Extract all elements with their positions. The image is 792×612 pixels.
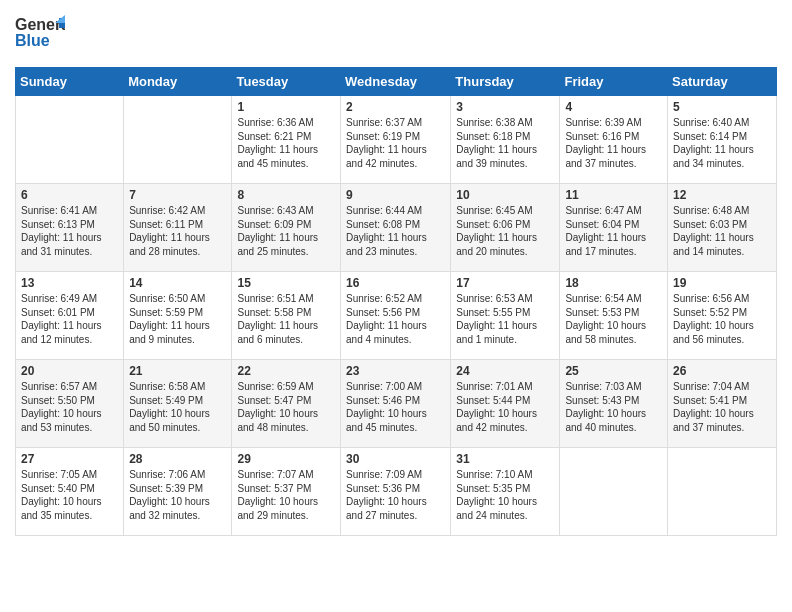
calendar-cell: 5Sunrise: 6:40 AMSunset: 6:14 PMDaylight… xyxy=(668,96,777,184)
calendar-cell: 7Sunrise: 6:42 AMSunset: 6:11 PMDaylight… xyxy=(124,184,232,272)
weekday-header-friday: Friday xyxy=(560,68,668,96)
calendar-table: SundayMondayTuesdayWednesdayThursdayFrid… xyxy=(15,67,777,536)
day-number: 31 xyxy=(456,452,554,466)
day-number: 7 xyxy=(129,188,226,202)
calendar-cell: 29Sunrise: 7:07 AMSunset: 5:37 PMDayligh… xyxy=(232,448,341,536)
weekday-header-wednesday: Wednesday xyxy=(341,68,451,96)
calendar-cell: 17Sunrise: 6:53 AMSunset: 5:55 PMDayligh… xyxy=(451,272,560,360)
day-number: 18 xyxy=(565,276,662,290)
day-info: Sunrise: 6:41 AMSunset: 6:13 PMDaylight:… xyxy=(21,204,118,258)
calendar-cell: 9Sunrise: 6:44 AMSunset: 6:08 PMDaylight… xyxy=(341,184,451,272)
day-number: 29 xyxy=(237,452,335,466)
day-info: Sunrise: 6:45 AMSunset: 6:06 PMDaylight:… xyxy=(456,204,554,258)
header: General Blue xyxy=(15,10,777,59)
day-info: Sunrise: 6:39 AMSunset: 6:16 PMDaylight:… xyxy=(565,116,662,170)
calendar-cell: 19Sunrise: 6:56 AMSunset: 5:52 PMDayligh… xyxy=(668,272,777,360)
day-number: 12 xyxy=(673,188,771,202)
calendar-cell: 18Sunrise: 6:54 AMSunset: 5:53 PMDayligh… xyxy=(560,272,668,360)
weekday-header-row: SundayMondayTuesdayWednesdayThursdayFrid… xyxy=(16,68,777,96)
day-info: Sunrise: 6:49 AMSunset: 6:01 PMDaylight:… xyxy=(21,292,118,346)
calendar-cell: 10Sunrise: 6:45 AMSunset: 6:06 PMDayligh… xyxy=(451,184,560,272)
day-info: Sunrise: 6:58 AMSunset: 5:49 PMDaylight:… xyxy=(129,380,226,434)
day-number: 1 xyxy=(237,100,335,114)
day-info: Sunrise: 7:07 AMSunset: 5:37 PMDaylight:… xyxy=(237,468,335,522)
day-info: Sunrise: 6:50 AMSunset: 5:59 PMDaylight:… xyxy=(129,292,226,346)
day-info: Sunrise: 7:10 AMSunset: 5:35 PMDaylight:… xyxy=(456,468,554,522)
day-info: Sunrise: 6:36 AMSunset: 6:21 PMDaylight:… xyxy=(237,116,335,170)
svg-text:Blue: Blue xyxy=(15,32,50,49)
calendar-week-row: 1Sunrise: 6:36 AMSunset: 6:21 PMDaylight… xyxy=(16,96,777,184)
day-number: 11 xyxy=(565,188,662,202)
calendar-cell: 28Sunrise: 7:06 AMSunset: 5:39 PMDayligh… xyxy=(124,448,232,536)
day-number: 5 xyxy=(673,100,771,114)
calendar-cell: 13Sunrise: 6:49 AMSunset: 6:01 PMDayligh… xyxy=(16,272,124,360)
day-number: 15 xyxy=(237,276,335,290)
calendar-cell xyxy=(124,96,232,184)
day-number: 16 xyxy=(346,276,445,290)
day-info: Sunrise: 6:40 AMSunset: 6:14 PMDaylight:… xyxy=(673,116,771,170)
day-info: Sunrise: 6:57 AMSunset: 5:50 PMDaylight:… xyxy=(21,380,118,434)
day-info: Sunrise: 7:09 AMSunset: 5:36 PMDaylight:… xyxy=(346,468,445,522)
calendar-week-row: 6Sunrise: 6:41 AMSunset: 6:13 PMDaylight… xyxy=(16,184,777,272)
calendar-cell: 1Sunrise: 6:36 AMSunset: 6:21 PMDaylight… xyxy=(232,96,341,184)
calendar-cell: 27Sunrise: 7:05 AMSunset: 5:40 PMDayligh… xyxy=(16,448,124,536)
day-number: 26 xyxy=(673,364,771,378)
day-info: Sunrise: 6:42 AMSunset: 6:11 PMDaylight:… xyxy=(129,204,226,258)
day-number: 4 xyxy=(565,100,662,114)
weekday-header-thursday: Thursday xyxy=(451,68,560,96)
day-number: 21 xyxy=(129,364,226,378)
day-number: 28 xyxy=(129,452,226,466)
day-number: 27 xyxy=(21,452,118,466)
day-number: 8 xyxy=(237,188,335,202)
day-info: Sunrise: 6:53 AMSunset: 5:55 PMDaylight:… xyxy=(456,292,554,346)
day-info: Sunrise: 6:54 AMSunset: 5:53 PMDaylight:… xyxy=(565,292,662,346)
svg-text:General: General xyxy=(15,16,65,33)
calendar-cell: 15Sunrise: 6:51 AMSunset: 5:58 PMDayligh… xyxy=(232,272,341,360)
weekday-header-sunday: Sunday xyxy=(16,68,124,96)
day-info: Sunrise: 6:37 AMSunset: 6:19 PMDaylight:… xyxy=(346,116,445,170)
day-info: Sunrise: 6:56 AMSunset: 5:52 PMDaylight:… xyxy=(673,292,771,346)
day-info: Sunrise: 6:44 AMSunset: 6:08 PMDaylight:… xyxy=(346,204,445,258)
calendar-cell xyxy=(16,96,124,184)
calendar-cell: 24Sunrise: 7:01 AMSunset: 5:44 PMDayligh… xyxy=(451,360,560,448)
day-info: Sunrise: 6:51 AMSunset: 5:58 PMDaylight:… xyxy=(237,292,335,346)
day-info: Sunrise: 7:00 AMSunset: 5:46 PMDaylight:… xyxy=(346,380,445,434)
calendar-cell: 25Sunrise: 7:03 AMSunset: 5:43 PMDayligh… xyxy=(560,360,668,448)
day-info: Sunrise: 6:43 AMSunset: 6:09 PMDaylight:… xyxy=(237,204,335,258)
calendar-cell xyxy=(560,448,668,536)
logo-icon: General Blue xyxy=(15,10,65,55)
calendar-week-row: 13Sunrise: 6:49 AMSunset: 6:01 PMDayligh… xyxy=(16,272,777,360)
calendar-cell: 4Sunrise: 6:39 AMSunset: 6:16 PMDaylight… xyxy=(560,96,668,184)
calendar-cell: 16Sunrise: 6:52 AMSunset: 5:56 PMDayligh… xyxy=(341,272,451,360)
day-number: 20 xyxy=(21,364,118,378)
day-number: 25 xyxy=(565,364,662,378)
calendar-cell: 23Sunrise: 7:00 AMSunset: 5:46 PMDayligh… xyxy=(341,360,451,448)
calendar-cell: 12Sunrise: 6:48 AMSunset: 6:03 PMDayligh… xyxy=(668,184,777,272)
day-number: 17 xyxy=(456,276,554,290)
calendar-cell: 30Sunrise: 7:09 AMSunset: 5:36 PMDayligh… xyxy=(341,448,451,536)
day-number: 9 xyxy=(346,188,445,202)
calendar-cell: 3Sunrise: 6:38 AMSunset: 6:18 PMDaylight… xyxy=(451,96,560,184)
calendar-cell: 8Sunrise: 6:43 AMSunset: 6:09 PMDaylight… xyxy=(232,184,341,272)
day-number: 3 xyxy=(456,100,554,114)
calendar-cell: 14Sunrise: 6:50 AMSunset: 5:59 PMDayligh… xyxy=(124,272,232,360)
calendar-cell: 2Sunrise: 6:37 AMSunset: 6:19 PMDaylight… xyxy=(341,96,451,184)
day-number: 13 xyxy=(21,276,118,290)
day-info: Sunrise: 7:01 AMSunset: 5:44 PMDaylight:… xyxy=(456,380,554,434)
day-number: 19 xyxy=(673,276,771,290)
day-number: 24 xyxy=(456,364,554,378)
day-info: Sunrise: 6:52 AMSunset: 5:56 PMDaylight:… xyxy=(346,292,445,346)
calendar-week-row: 20Sunrise: 6:57 AMSunset: 5:50 PMDayligh… xyxy=(16,360,777,448)
calendar-cell: 11Sunrise: 6:47 AMSunset: 6:04 PMDayligh… xyxy=(560,184,668,272)
calendar-week-row: 27Sunrise: 7:05 AMSunset: 5:40 PMDayligh… xyxy=(16,448,777,536)
day-number: 22 xyxy=(237,364,335,378)
day-info: Sunrise: 7:03 AMSunset: 5:43 PMDaylight:… xyxy=(565,380,662,434)
weekday-header-monday: Monday xyxy=(124,68,232,96)
day-number: 10 xyxy=(456,188,554,202)
calendar-cell: 26Sunrise: 7:04 AMSunset: 5:41 PMDayligh… xyxy=(668,360,777,448)
weekday-header-saturday: Saturday xyxy=(668,68,777,96)
day-info: Sunrise: 7:06 AMSunset: 5:39 PMDaylight:… xyxy=(129,468,226,522)
day-info: Sunrise: 7:05 AMSunset: 5:40 PMDaylight:… xyxy=(21,468,118,522)
calendar-cell: 31Sunrise: 7:10 AMSunset: 5:35 PMDayligh… xyxy=(451,448,560,536)
day-info: Sunrise: 6:38 AMSunset: 6:18 PMDaylight:… xyxy=(456,116,554,170)
